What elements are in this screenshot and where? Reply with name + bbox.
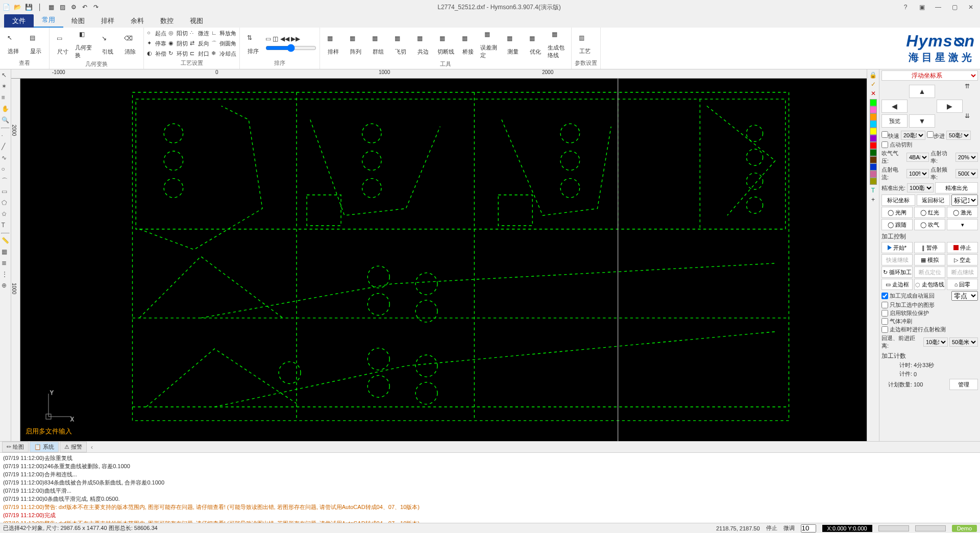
fast-speed[interactable]: 20毫米 — [901, 131, 925, 140]
chk-soft-limit[interactable] — [881, 310, 888, 317]
follow-button[interactable]: ◯ 跟随 — [881, 219, 913, 230]
simulate-button[interactable]: ▦ 模拟 — [914, 254, 945, 265]
display-button[interactable]: ▤显示 — [26, 32, 46, 55]
tool-layer-icon[interactable]: ≣ — [2, 259, 10, 268]
z-up-both[interactable]: ⇈ — [965, 83, 978, 96]
layer-swatch-4[interactable] — [870, 128, 877, 135]
size-button[interactable]: ▭尺寸 — [53, 33, 73, 56]
stop-button[interactable]: 停止 — [947, 242, 978, 253]
tab-draw[interactable]: 绘图 — [63, 14, 93, 28]
tool-5[interactable]: ▦切断线 — [435, 33, 456, 56]
tech-release[interactable]: ∟释放角 — [211, 29, 236, 38]
arrow-up[interactable]: ▲ — [909, 85, 935, 98]
preview-button[interactable]: 预览 — [881, 114, 908, 128]
laser-button[interactable]: ◯ 激光 — [947, 207, 978, 218]
bp-continue-button[interactable]: 断点继续 — [947, 266, 978, 278]
layer-lock-icon[interactable]: 🔒 — [869, 71, 877, 79]
layer-swatch-11[interactable] — [870, 178, 877, 185]
tool-pan-icon[interactable]: ✋ — [2, 105, 10, 113]
clear-button[interactable]: ⌫清除 — [120, 33, 140, 56]
layer-swatch-9[interactable] — [870, 163, 877, 171]
fast-continue-button[interactable]: 快速继续 — [881, 254, 913, 265]
layer-plus-icon[interactable]: + — [871, 196, 875, 203]
pause-button[interactable]: ‖ 暂停 — [914, 242, 945, 253]
tool-arc-icon[interactable]: ⌒ — [2, 177, 10, 185]
redo-icon[interactable]: ↷ — [92, 3, 100, 11]
arrow-right[interactable]: ▶ — [937, 100, 963, 113]
redlight-button[interactable]: ◯ 红光 — [914, 207, 945, 218]
blow-pressure[interactable]: 4BAR — [906, 153, 929, 162]
tech-cool[interactable]: ❄冷却点 — [211, 49, 236, 58]
start-button[interactable]: 开始* — [881, 242, 913, 253]
arrow-down[interactable]: ▼ — [909, 114, 935, 128]
tech-reverse[interactable]: ⇄反向 — [190, 39, 209, 48]
layer-swatch-2[interactable] — [870, 113, 877, 120]
wrap-button[interactable]: ◌ 走包络线 — [914, 279, 945, 290]
tool-node-icon[interactable]: ✶ — [2, 83, 10, 91]
mark-select[interactable]: 标记1 — [951, 195, 978, 206]
dryrun-button[interactable]: ▷ 空走 — [947, 254, 978, 265]
params-button[interactable]: ▥工艺 — [575, 32, 595, 55]
tool-rect-icon[interactable]: ▭ — [2, 188, 10, 196]
tool-more-icon[interactable]: ⋮ — [2, 271, 10, 279]
tool-order-icon[interactable]: ≡ — [2, 94, 10, 102]
undo-icon[interactable]: ↶ — [81, 3, 89, 11]
tab-remnant[interactable]: 余料 — [122, 14, 152, 28]
tool-4[interactable]: ▦共边 — [413, 33, 433, 56]
tab-view[interactable]: 视图 — [182, 14, 211, 28]
layer-text-icon[interactable]: T — [871, 187, 875, 194]
tab-common[interactable]: 常用 — [34, 13, 63, 28]
chk-sel-only[interactable] — [881, 302, 888, 308]
tool-measure-icon[interactable]: 📏 — [2, 237, 10, 245]
ribbon-toggle-icon[interactable]: ▣ — [915, 2, 929, 12]
tech-yin[interactable]: ◉阴切 — [168, 39, 188, 48]
sort-slider[interactable] — [265, 44, 316, 52]
tech-yang[interactable]: ◎阳切 — [168, 29, 188, 38]
toggle-b-icon[interactable]: ▨ — [58, 3, 66, 11]
tool-point-icon[interactable]: · — [2, 132, 10, 140]
help-icon[interactable]: ? — [898, 2, 913, 12]
layer-swatch-1[interactable] — [870, 106, 877, 113]
log-scroll-left[interactable]: ‹ — [91, 444, 93, 451]
transform-button[interactable]: ◧几何变换 — [75, 29, 95, 59]
tech-micro[interactable]: ∴微连 — [190, 29, 209, 38]
layer-swatch-7[interactable] — [870, 149, 877, 156]
mark-coord-button[interactable]: 标记坐标 — [881, 195, 915, 206]
tool-star-icon[interactable]: ✩ — [2, 210, 10, 219]
retreat-speed[interactable]: 50毫米/秒 — [949, 337, 978, 347]
chk-step[interactable] — [927, 131, 934, 138]
chk-auto-return[interactable] — [881, 293, 888, 299]
leads-button[interactable]: ↘引线 — [97, 33, 118, 56]
select-button[interactable]: ↖选择 — [3, 32, 23, 55]
layer-swatch-3[interactable] — [870, 120, 877, 128]
log-tab-alarm[interactable]: ⚠ 报警 — [60, 442, 87, 452]
layer-swatch-8[interactable] — [870, 156, 877, 163]
chk-frame-spot[interactable] — [881, 326, 888, 333]
tech-ring[interactable]: ↻环切 — [168, 49, 188, 58]
manage-button[interactable]: 管理 — [949, 379, 978, 390]
spot-freq[interactable]: 5000Hz — [955, 169, 978, 178]
log-tab-draw[interactable]: ✏ 绘图 — [2, 442, 29, 452]
loop-button[interactable]: ↻ 循环加工 — [881, 266, 913, 278]
tool-text-icon[interactable]: T — [2, 222, 10, 230]
new-file-icon[interactable]: 📄 — [2, 3, 10, 11]
chk-fast[interactable] — [881, 131, 888, 138]
tool-snap-icon[interactable]: ⊕ — [2, 282, 10, 290]
layer-x-icon[interactable]: ✕ — [871, 90, 876, 97]
sort-minis[interactable]: ▭ ◫ ◀◀ ▶▶ — [265, 35, 316, 42]
layer-swatch-10[interactable] — [870, 171, 877, 178]
tool-circle-icon[interactable]: ○ — [2, 165, 10, 174]
spot-power[interactable]: 20% — [955, 153, 978, 162]
chk-gas-flush[interactable] — [881, 318, 888, 325]
shutter-button[interactable]: ◯ 光闸 — [881, 207, 913, 218]
z-down-both[interactable]: ⇊ — [965, 112, 978, 126]
tech-comp[interactable]: ◐补偿 — [147, 49, 166, 58]
save-icon[interactable]: 💾 — [24, 3, 33, 11]
toggle-a-icon[interactable]: ▦ — [47, 3, 55, 11]
sort-button[interactable]: ⇅排序 — [243, 32, 263, 55]
tool-7[interactable]: ▦误差测定 — [480, 29, 501, 59]
return-point-select[interactable]: 零点 — [951, 291, 978, 301]
retreat-dist[interactable]: 10毫米 — [923, 337, 948, 347]
close-icon[interactable]: ✕ — [964, 2, 978, 12]
tech-fillet[interactable]: ⌒倒圆角 — [211, 39, 236, 48]
